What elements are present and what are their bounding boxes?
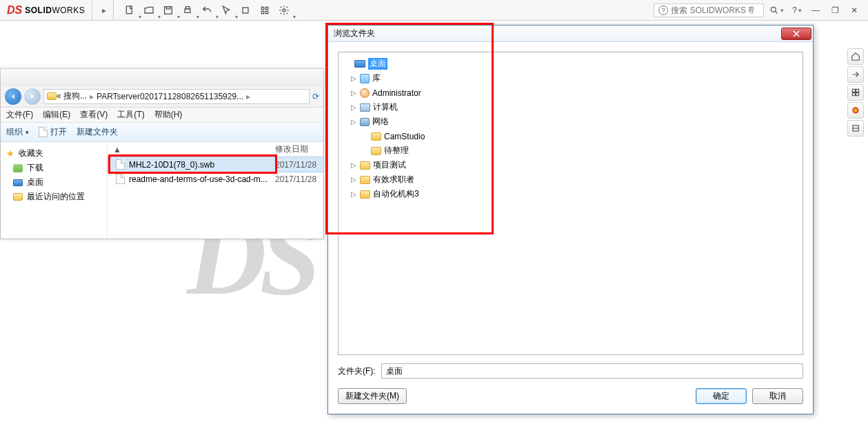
menu-help[interactable]: 帮助(H): [154, 109, 183, 121]
sidebar-favorites[interactable]: ★收藏夹: [3, 146, 104, 161]
menu-edit[interactable]: 编辑(E): [43, 109, 70, 121]
explorer-titlebar[interactable]: [1, 69, 323, 86]
explorer-toolbar: 组织 打开 新建文件夹: [1, 123, 323, 142]
ds-logo-icon: DS: [7, 4, 22, 17]
breadcrumb-sep: ▸: [90, 92, 94, 101]
menu-view[interactable]: 查看(V): [80, 109, 108, 121]
tree-node-automation[interactable]: ▷自动化机构3: [341, 187, 800, 201]
tree-node-camstudio[interactable]: CamStudio: [341, 129, 800, 143]
restore-button[interactable]: ❐: [827, 6, 843, 15]
dock-home-button[interactable]: [847, 48, 864, 65]
tree-node-jobseeker[interactable]: ▷有效求职者: [341, 172, 800, 187]
tree-node-library[interactable]: ▷库: [341, 71, 800, 86]
folder-field-label: 文件夹(F):: [338, 365, 376, 377]
expand-icon[interactable]: [344, 60, 352, 68]
close-button[interactable]: ✕: [846, 6, 862, 15]
svg-rect-3: [185, 9, 190, 12]
file-row[interactable]: MHL2-10D1(78_0).swb 2017/11/28: [108, 157, 323, 172]
sidebar-desktop[interactable]: 桌面: [3, 175, 104, 190]
file-name: readme-and-terms-of-use-3d-cad-m...: [129, 174, 268, 184]
expand-icon[interactable]: ▷: [350, 89, 357, 97]
folder-field-input[interactable]: [381, 363, 803, 379]
help-search-input[interactable]: [671, 6, 754, 15]
options-button[interactable]: [256, 1, 274, 19]
open-file-button[interactable]: [140, 1, 158, 19]
sidebar-downloads[interactable]: 下载: [3, 161, 104, 175]
menu-file[interactable]: 文件(F): [6, 109, 33, 121]
file-icon: [39, 127, 48, 137]
tree-node-projecttest[interactable]: ▷项目测试: [341, 158, 800, 172]
folder-icon: [13, 164, 23, 172]
svg-point-17: [854, 109, 858, 112]
svg-rect-14: [852, 93, 855, 96]
svg-rect-15: [856, 93, 859, 96]
expand-icon[interactable]: ▷: [350, 118, 357, 125]
breadcrumb-pre[interactable]: « 搜狗...: [57, 90, 87, 102]
desktop-icon: [13, 179, 23, 186]
dock-arrow-button[interactable]: [847, 66, 864, 83]
select-button[interactable]: [217, 1, 235, 19]
settings-button[interactable]: [275, 1, 293, 19]
library-icon: [360, 74, 370, 83]
list-header[interactable]: ▲ 修改日期: [108, 142, 323, 157]
help-search-box[interactable]: ?: [654, 3, 764, 17]
dialog-close-button[interactable]: [781, 28, 811, 40]
new-folder-button[interactable]: 新建文件夹(M): [338, 388, 407, 404]
help-button[interactable]: ? ▾: [789, 6, 805, 15]
explorer-address-bar[interactable]: « 搜狗... ▸ PARTserver02017112808265113592…: [43, 89, 310, 104]
new-file-button[interactable]: [121, 1, 139, 19]
expand-icon[interactable]: [361, 132, 368, 140]
minimize-button[interactable]: —: [807, 6, 824, 15]
explorer-file-list: ▲ 修改日期 MHL2-10D1(78_0).swb 2017/11/28 re…: [108, 142, 323, 239]
expand-icon[interactable]: ▷: [350, 190, 357, 198]
svg-rect-0: [127, 6, 132, 14]
expand-icon[interactable]: ▷: [350, 176, 357, 183]
folder-icon: [360, 176, 370, 184]
tree-node-network[interactable]: ▷网络: [341, 114, 800, 129]
svg-rect-5: [243, 8, 248, 13]
folder-tree[interactable]: 桌面 ▷库 ▷Administrator ▷计算机 ▷网络 CamStudio …: [338, 52, 803, 355]
svg-rect-1: [165, 7, 172, 14]
app-menu-expand[interactable]: ▸: [95, 0, 114, 21]
rebuild-button[interactable]: [236, 1, 254, 19]
svg-rect-4: [186, 7, 190, 9]
nav-back-button[interactable]: [5, 88, 21, 105]
ok-button[interactable]: 确定: [696, 388, 747, 404]
address-refresh-icon[interactable]: ⟳: [312, 92, 319, 101]
tree-node-computer[interactable]: ▷计算机: [341, 100, 800, 114]
file-date: 2017/11/28: [275, 160, 323, 170]
computer-icon: [360, 103, 370, 112]
expand-icon[interactable]: ▷: [350, 161, 357, 169]
search-button[interactable]: ▾: [767, 6, 787, 15]
print-button[interactable]: [179, 1, 196, 19]
expand-icon[interactable]: ▷: [350, 74, 357, 82]
network-icon: [360, 118, 370, 126]
open-button[interactable]: 打开: [39, 126, 67, 138]
expand-icon[interactable]: [361, 147, 368, 154]
desktop-icon: [354, 60, 365, 68]
file-row[interactable]: readme-and-terms-of-use-3d-cad-m... 2017…: [108, 172, 323, 186]
folder-icon: [371, 132, 381, 141]
dock-settings-button[interactable]: [847, 120, 864, 137]
tree-node-desktop[interactable]: 桌面: [341, 57, 800, 71]
sidebar-recent[interactable]: 最近访问的位置: [3, 190, 104, 204]
dock-grid-button[interactable]: [847, 84, 864, 101]
undo-button[interactable]: [198, 1, 216, 19]
svg-rect-13: [856, 89, 859, 92]
col-date[interactable]: 修改日期: [275, 143, 323, 155]
cancel-button[interactable]: 取消: [752, 388, 803, 404]
new-folder-button[interactable]: 新建文件夹: [77, 126, 118, 138]
dock-appearance-button[interactable]: [847, 102, 864, 119]
explorer-sidebar: ★收藏夹 下载 桌面 最近访问的位置: [1, 142, 108, 239]
save-button[interactable]: [159, 1, 177, 19]
menu-tools[interactable]: 工具(T): [117, 109, 144, 121]
nav-forward-button[interactable]: [24, 88, 41, 105]
organize-button[interactable]: 组织: [6, 126, 29, 138]
tree-node-administrator[interactable]: ▷Administrator: [341, 86, 800, 100]
folder-icon: [371, 147, 381, 155]
explorer-window: « 搜狗... ▸ PARTserver02017112808265113592…: [0, 68, 324, 239]
tree-node-pending[interactable]: 待整理: [341, 143, 800, 158]
expand-icon[interactable]: ▷: [350, 103, 357, 111]
breadcrumb-main[interactable]: PARTserver020171128082651135929...: [97, 92, 243, 101]
dialog-titlebar[interactable]: 浏览文件夹: [328, 26, 813, 42]
